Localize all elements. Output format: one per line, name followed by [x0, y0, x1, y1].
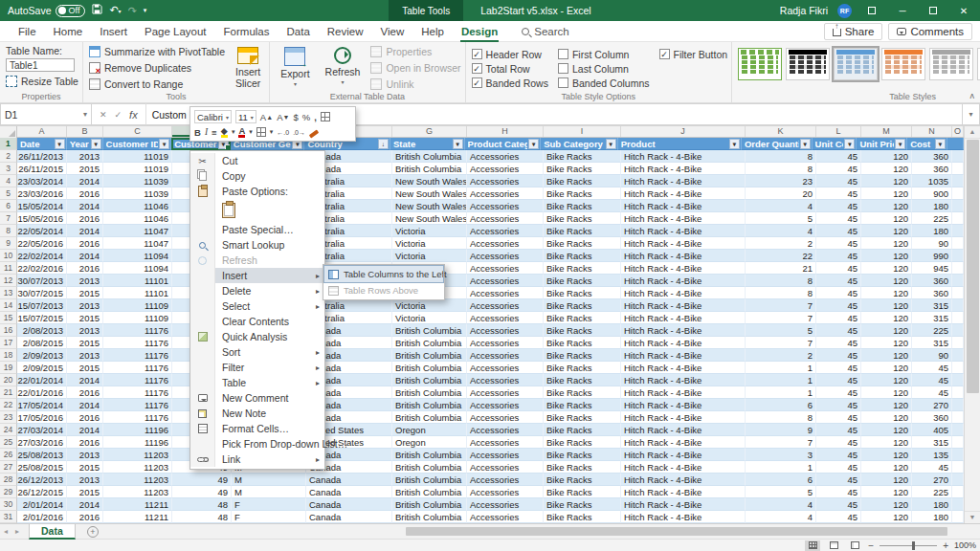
row-number[interactable]: 1	[0, 138, 17, 150]
cell-M9[interactable]: 120	[861, 237, 912, 250]
fill-color-icon[interactable]: ◆	[221, 126, 228, 138]
header-cell-A[interactable]: Date▾	[17, 138, 67, 150]
cell-H31[interactable]: Accessories	[467, 511, 544, 523]
row-number[interactable]: 14	[0, 299, 17, 312]
cell-N18[interactable]: 90	[912, 349, 952, 362]
cell-I29[interactable]: Bike Racks	[544, 486, 621, 498]
cell-C4[interactable]: 11039	[103, 175, 172, 187]
cell-C6[interactable]: 11046	[103, 200, 172, 212]
context-menu-paste-button[interactable]	[190, 199, 324, 222]
cell-L22[interactable]: 45	[816, 399, 861, 411]
cell-J8[interactable]: Hitch Rack - 4-Bike	[621, 225, 746, 237]
cell-N28[interactable]: 270	[912, 474, 952, 486]
context-menu-item-insert[interactable]: Insert▸	[190, 268, 324, 283]
cell-M30[interactable]: 120	[861, 498, 912, 511]
ribbon-display-options-icon[interactable]	[861, 0, 882, 21]
cell-M10[interactable]: 120	[861, 250, 912, 262]
cell-B18[interactable]: 2013	[67, 349, 103, 362]
context-menu-item-new-comment[interactable]: New Comment	[190, 390, 324, 406]
cell-I21[interactable]: Bike Racks	[544, 386, 621, 399]
cell-J24[interactable]: Hitch Rack - 4-Bike	[621, 424, 746, 436]
cell-I17[interactable]: Bike Racks	[544, 337, 621, 349]
row-number[interactable]: 4	[0, 175, 17, 187]
cell-A24[interactable]: 27/03/2014	[17, 424, 67, 436]
cell-B30[interactable]: 2014	[67, 498, 103, 511]
cell-H30[interactable]: Accessories	[467, 498, 544, 511]
cell-J27[interactable]: Hitch Rack - 4-Bike	[621, 461, 746, 474]
cell-O31[interactable]	[952, 511, 964, 523]
cell-L30[interactable]: 45	[816, 498, 861, 511]
cell-N6[interactable]: 180	[912, 200, 952, 212]
cell-C12[interactable]: 11101	[103, 275, 172, 287]
cell-K6[interactable]: 4	[746, 200, 816, 212]
cell-I2[interactable]: Bike Racks	[544, 150, 621, 163]
cell-O6[interactable]	[952, 200, 964, 212]
borders-icon[interactable]	[256, 127, 266, 137]
context-menu-item-paste-options[interactable]: Paste Options:	[190, 184, 324, 199]
cell-G23[interactable]: British Columbia	[392, 411, 467, 424]
cell-J20[interactable]: Hitch Rack - 4-Bike	[621, 374, 746, 386]
row-number[interactable]: 28	[0, 474, 17, 486]
cell-D29[interactable]: 49	[172, 486, 232, 498]
cell-L29[interactable]: 45	[816, 486, 861, 498]
cell-J30[interactable]: Hitch Rack - 4-Bike	[621, 498, 746, 511]
table-style-medium-gray[interactable]	[929, 48, 973, 80]
search-box[interactable]: Search	[522, 26, 568, 37]
cell-C19[interactable]: 11176	[103, 362, 172, 374]
cell-G22[interactable]: British Columbia	[392, 399, 467, 411]
tab-help[interactable]: Help	[412, 21, 453, 42]
style-option-last-column[interactable]: Last Column	[558, 61, 650, 76]
cell-M17[interactable]: 120	[861, 337, 912, 349]
cell-M11[interactable]: 120	[861, 262, 912, 275]
name-box-dropdown-icon[interactable]: ▾	[83, 110, 87, 119]
cell-O26[interactable]	[952, 449, 964, 461]
horizontal-scrollbar[interactable]	[402, 527, 961, 537]
cell-A6[interactable]: 15/05/2014	[17, 200, 67, 212]
cell-D30[interactable]: 48	[172, 498, 232, 511]
cell-K3[interactable]: 8	[746, 163, 816, 175]
cancel-icon[interactable]: ✕	[100, 110, 107, 120]
header-cell-M[interactable]: Unit Price▾	[857, 138, 907, 150]
cell-A4[interactable]: 23/03/2014	[17, 175, 67, 187]
vertical-scroll-thumb[interactable]	[967, 140, 979, 393]
cell-K23[interactable]: 8	[746, 411, 816, 424]
cell-N4[interactable]: 1035	[912, 175, 952, 187]
cell-I30[interactable]: Bike Racks	[544, 498, 621, 511]
cell-J4[interactable]: Hitch Rack - 4-Bike	[621, 175, 746, 187]
cell-C7[interactable]: 11046	[103, 212, 172, 225]
cell-C11[interactable]: 11094	[103, 262, 172, 275]
cell-O12[interactable]	[952, 275, 964, 287]
context-menu-item-table[interactable]: Table▸	[190, 375, 324, 390]
cell-K28[interactable]: 6	[746, 474, 816, 486]
cell-B20[interactable]: 2014	[67, 374, 103, 386]
cell-H3[interactable]: Accessories	[467, 163, 544, 175]
cell-I13[interactable]: Bike Racks	[544, 287, 621, 299]
cell-B28[interactable]: 2013	[67, 474, 103, 486]
cell-O5[interactable]	[952, 187, 964, 200]
filter-button-sorted[interactable]: ↓	[378, 139, 389, 149]
cell-A28[interactable]: 26/12/2013	[17, 474, 67, 486]
cell-G9[interactable]: Victoria	[392, 237, 467, 250]
cell-O21[interactable]	[952, 386, 964, 399]
context-menu-item-smart-lookup[interactable]: Smart Lookup	[190, 237, 324, 253]
cell-A3[interactable]: 26/11/2015	[17, 163, 67, 175]
italic-icon[interactable]: I	[205, 127, 208, 137]
sheet-nav-right-icon[interactable]: ▸	[11, 527, 23, 536]
cell-O19[interactable]	[952, 362, 964, 374]
cell-H2[interactable]: Accessories	[467, 150, 544, 163]
context-menu-item-select[interactable]: Select▸	[190, 298, 324, 314]
cell-C26[interactable]: 11203	[103, 449, 172, 461]
cell-G17[interactable]: British Columbia	[392, 337, 467, 349]
cell-G21[interactable]: British Columbia	[392, 386, 467, 399]
cell-C27[interactable]: 11203	[103, 461, 172, 474]
cell-K25[interactable]: 7	[746, 436, 816, 449]
cell-B5[interactable]: 2016	[67, 187, 103, 200]
accounting-format-icon[interactable]: $	[293, 112, 298, 122]
sheet-nav-left-icon[interactable]: ◂	[0, 527, 11, 536]
cell-B11[interactable]: 2016	[67, 262, 103, 275]
cell-H15[interactable]: Accessories	[467, 312, 544, 324]
cell-M12[interactable]: 120	[861, 275, 912, 287]
row-number[interactable]: 3	[0, 163, 17, 175]
cell-B4[interactable]: 2014	[67, 175, 103, 187]
filter-button[interactable]: ▾	[55, 139, 65, 149]
